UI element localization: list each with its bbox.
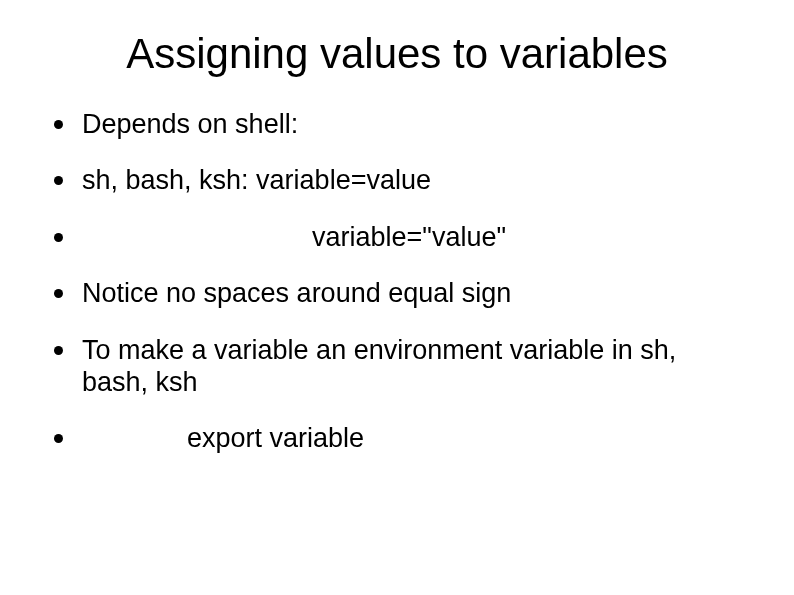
list-item-text: export variable xyxy=(187,422,364,454)
bullet-icon xyxy=(54,346,63,355)
bullet-icon xyxy=(54,289,63,298)
list-item-text: variable="value" xyxy=(312,221,506,253)
slide: Assigning values to variables Depends on… xyxy=(0,0,794,595)
list-item-text: sh, bash, ksh: variable=value xyxy=(82,165,431,195)
bullet-icon xyxy=(54,434,63,443)
list-item: sh, bash, ksh: variable=value xyxy=(50,164,744,196)
list-item-text: To make a variable an environment variab… xyxy=(82,335,676,397)
list-item: Depends on shell: xyxy=(50,108,744,140)
list-item-text: Depends on shell: xyxy=(82,109,298,139)
bullet-list: Depends on shell: sh, bash, ksh: variabl… xyxy=(50,108,744,455)
bullet-icon xyxy=(54,176,63,185)
list-item: Notice no spaces around equal sign xyxy=(50,277,744,309)
list-item: export variable xyxy=(50,422,744,454)
list-item-text: Notice no spaces around equal sign xyxy=(82,278,511,308)
slide-title: Assigning values to variables xyxy=(50,30,744,78)
list-item: variable="value" xyxy=(50,221,744,253)
bullet-icon xyxy=(54,233,63,242)
bullet-icon xyxy=(54,120,63,129)
list-item: To make a variable an environment variab… xyxy=(50,334,744,399)
